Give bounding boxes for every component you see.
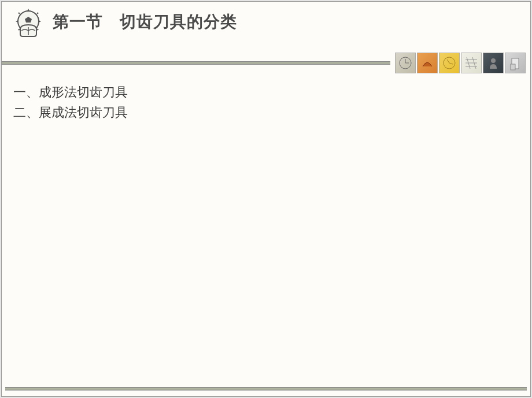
- list-item: 二、展成法切齿刀具: [13, 103, 519, 122]
- svg-line-6: [447, 59, 449, 63]
- svg-rect-15: [511, 64, 515, 70]
- divider-line-top: [2, 61, 390, 65]
- thumbnail-icon: [461, 53, 482, 73]
- divider-line-bottom: [5, 387, 527, 390]
- list-item: 一、成形法切齿刀具: [13, 83, 519, 102]
- thumbnail-strip: [395, 53, 526, 73]
- thumbnail-icon: [417, 53, 438, 73]
- slide-container: 第一节 切齿刀具的分类 一、成形法切齿刀具 二、展: [1, 1, 531, 397]
- slide-title: 第一节 切齿刀具的分类: [53, 11, 237, 33]
- thumbnail-icon: [483, 53, 504, 73]
- svg-point-13: [491, 58, 496, 63]
- thumbnail-icon: [395, 53, 416, 73]
- divider-row: [2, 51, 530, 75]
- thumbnail-icon: [439, 53, 460, 73]
- header: 第一节 切齿刀具的分类: [2, 2, 530, 51]
- thumbnail-icon: [505, 53, 526, 73]
- svg-line-7: [449, 63, 453, 64]
- gear-badge-icon: [10, 6, 47, 43]
- content-area: 一、成形法切齿刀具 二、展成法切齿刀具: [13, 83, 519, 123]
